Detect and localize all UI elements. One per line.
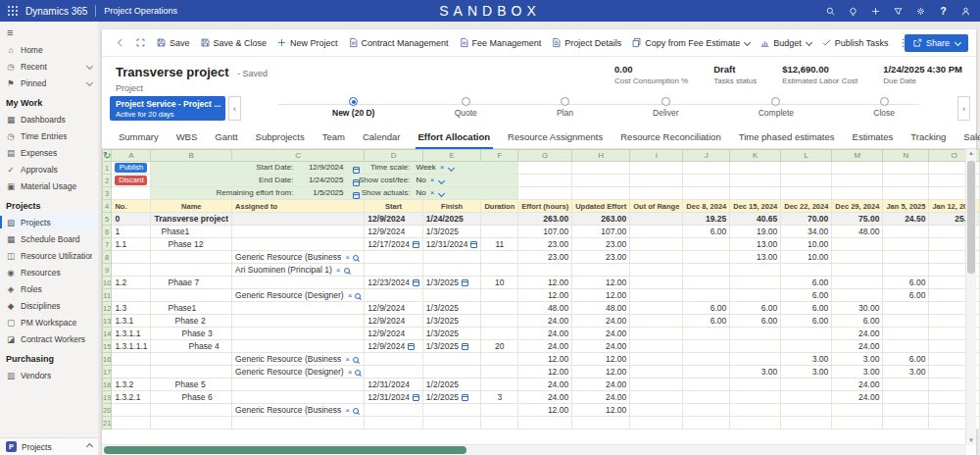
grid-cell[interactable]: 6.00 — [683, 315, 730, 328]
grid-cell[interactable] — [832, 238, 883, 251]
grid-cell[interactable] — [422, 366, 481, 379]
grid-cell[interactable] — [151, 264, 232, 277]
date-field[interactable]: 12/9/2024 — [298, 162, 343, 174]
grid-cell[interactable]: 12.00 — [518, 366, 572, 379]
sidebar-item-resource-utilization[interactable]: ◫Resource Utilization — [0, 247, 98, 264]
row-header[interactable]: 5 — [103, 213, 112, 226]
grid-cell[interactable] — [630, 226, 683, 238]
grid-cell[interactable] — [481, 226, 518, 238]
row-header[interactable]: 17 — [103, 366, 112, 379]
grid-cell[interactable]: 12.00 — [572, 366, 630, 379]
lookup-icon[interactable] — [353, 255, 359, 261]
tab-estimates[interactable]: Estimates — [844, 131, 903, 148]
row-header[interactable]: 18 — [103, 379, 112, 391]
row-header[interactable]: 7 — [103, 238, 112, 251]
grid-cell[interactable] — [481, 302, 518, 315]
remove-icon[interactable]: × — [348, 291, 353, 300]
grid-cell[interactable] — [630, 328, 683, 340]
grid-cell[interactable]: 107.00 — [572, 226, 630, 238]
grid-cell[interactable]: 10.00 — [781, 251, 832, 264]
row-header[interactable]: 20 — [103, 404, 112, 417]
discard-button[interactable]: Discard — [115, 176, 147, 185]
grid-cell[interactable] — [630, 340, 683, 353]
row-header[interactable]: 8 — [103, 251, 112, 264]
grid-cell[interactable]: Generic Resource (Business× — [232, 353, 365, 366]
grid-cell[interactable] — [151, 353, 232, 366]
grid-cell[interactable]: 24.00 — [572, 315, 630, 328]
grid-cell[interactable] — [781, 391, 832, 404]
column-title-week[interactable]: Dec 22, 2024 — [781, 200, 832, 213]
grid-cell[interactable] — [481, 379, 518, 391]
grid-cell[interactable]: 1/2/2025 — [422, 379, 481, 391]
grid-cell[interactable] — [630, 251, 683, 264]
grid-cell[interactable] — [730, 379, 781, 391]
bpf-stage[interactable]: New (20 D) — [332, 97, 374, 124]
grid-cell[interactable] — [572, 417, 630, 430]
grid-cell[interactable] — [112, 366, 151, 379]
grid-cell[interactable] — [630, 264, 683, 277]
share-button[interactable]: Share — [905, 34, 968, 52]
grid-cell[interactable]: 24.00 — [832, 391, 883, 404]
grid-cell[interactable]: 1/3/2025 — [422, 226, 481, 238]
grid-cell[interactable] — [112, 264, 151, 277]
grid-cell[interactable] — [481, 353, 518, 366]
grid-cell[interactable] — [112, 289, 151, 302]
grid-cell[interactable] — [781, 328, 832, 340]
tab-effort-allocation[interactable]: Effort Allocation — [410, 131, 500, 148]
grid-cell[interactable] — [365, 264, 423, 277]
grid-cell[interactable]: 24.00 — [572, 391, 630, 404]
grid-cell[interactable] — [781, 404, 832, 417]
grid-cell[interactable]: 6.00 — [781, 315, 832, 328]
grid-cell[interactable] — [630, 315, 683, 328]
grid-cell[interactable] — [730, 277, 781, 289]
calendar-icon[interactable] — [413, 279, 419, 286]
grid-cell[interactable] — [630, 366, 683, 379]
sidebar-item-expenses[interactable]: ▤Expenses — [0, 144, 98, 161]
column-header-A[interactable]: A — [112, 150, 151, 162]
column-title-updated[interactable]: Updated Effort — [572, 200, 630, 213]
refresh-icon[interactable]: ↻ — [103, 150, 111, 161]
calendar-icon[interactable] — [462, 343, 468, 350]
grid-cell[interactable]: 6.00 — [781, 277, 832, 289]
row-header[interactable]: 2 — [103, 175, 112, 187]
grid-cell[interactable]: 12/9/2024 — [365, 340, 423, 353]
grid-cell[interactable] — [630, 187, 683, 200]
command-save-and-close[interactable]: Save & Close — [195, 33, 272, 53]
grid-cell[interactable] — [630, 289, 683, 302]
grid-cell[interactable]: 23.00 — [518, 251, 572, 264]
grid-cell[interactable] — [112, 353, 151, 366]
column-header-J[interactable]: J — [683, 150, 730, 162]
grid-cell[interactable]: 1/3/2025 — [422, 340, 481, 353]
grid-cell[interactable] — [112, 417, 151, 430]
grid-cell[interactable] — [518, 264, 572, 277]
select-all-corner[interactable]: ↻ — [103, 150, 112, 162]
grid-cell[interactable] — [518, 417, 572, 430]
sidebar-item-time-entries[interactable]: ◷Time Entries — [0, 127, 98, 144]
grid-cell[interactable] — [883, 162, 929, 175]
grid-cell[interactable] — [781, 264, 832, 277]
grid-cell[interactable]: 1.3.1.1 — [112, 328, 151, 340]
grid-cell[interactable] — [365, 353, 423, 366]
grid-cell[interactable] — [883, 404, 929, 417]
bpf-stage[interactable]: Plan — [557, 97, 573, 124]
publish-button[interactable]: Publish — [115, 163, 147, 173]
sidebar-item-roles[interactable]: ◈Roles — [0, 280, 98, 297]
column-title-name[interactable]: Name — [151, 200, 232, 213]
grid-cell[interactable] — [422, 289, 481, 302]
grid-cell[interactable] — [781, 340, 832, 353]
grid-cell[interactable] — [883, 340, 929, 353]
grid-cell[interactable] — [572, 175, 630, 187]
command-contract-management[interactable]: Contract Management — [343, 33, 454, 53]
command-project-details[interactable]: Project Details — [546, 33, 626, 53]
column-header-B[interactable]: B — [151, 150, 232, 162]
grid-cell[interactable]: 20 — [481, 340, 518, 353]
grid-cell[interactable]: 12/9/2024 — [365, 315, 423, 328]
grid-cell[interactable]: 24.50 — [883, 213, 929, 226]
sidebar-item-resources[interactable]: ◉Resources — [0, 264, 98, 280]
area-switcher[interactable]: P Projects — [0, 437, 98, 455]
column-title-effort[interactable]: Effort (hours) — [518, 200, 572, 213]
grid-cell[interactable] — [232, 213, 365, 226]
sidebar-item-material-usage[interactable]: ▣Material Usage — [0, 177, 98, 194]
grid-cell[interactable] — [518, 175, 572, 187]
row-header[interactable]: 21 — [103, 417, 112, 430]
